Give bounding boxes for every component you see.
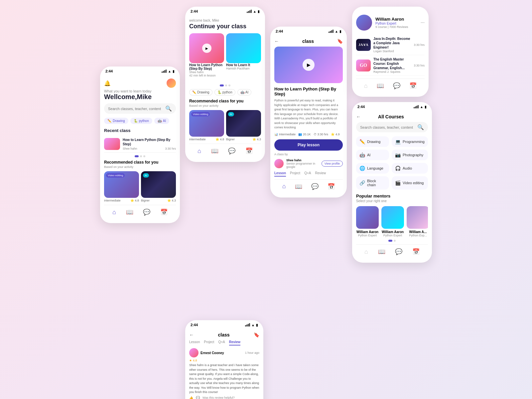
nav-home-1[interactable]: ⌂ bbox=[112, 209, 116, 216]
meta-duration: ⏱ 3:30 hrs bbox=[314, 133, 329, 136]
cat-video-editing[interactable]: 🎬 Video editing bbox=[392, 176, 428, 190]
slide1-meta: 42 min left in lesson bbox=[189, 74, 224, 77]
filter-python[interactable]: 🐍 python bbox=[214, 89, 235, 95]
dot-1 bbox=[135, 155, 139, 157]
rec2-card-ai[interactable]: AI Bigner ⭐ 4.3 bbox=[226, 110, 261, 141]
nav-book-2[interactable]: 📖 bbox=[211, 147, 218, 155]
tab-review-4[interactable]: Review bbox=[229, 340, 240, 345]
search-bar-7[interactable]: 🔍 bbox=[356, 122, 428, 132]
time-2: 2:44 bbox=[191, 9, 198, 13]
filter-ai[interactable]: 🤖 AI bbox=[237, 89, 251, 95]
rec-card-ai[interactable]: AI Bigner ⭐ 4.3 bbox=[141, 171, 176, 202]
cat-programming[interactable]: 💻 Programming bbox=[392, 136, 428, 147]
back-header-3: ← class 🔖 bbox=[274, 39, 343, 44]
play-lesson-btn[interactable]: Play lesson bbox=[274, 139, 343, 151]
dot-3 bbox=[143, 155, 145, 157]
slide-card-1[interactable]: ▶ How to Learn Python (Step By Step) She… bbox=[189, 33, 224, 80]
nav-calendar-1[interactable]: 📅 bbox=[160, 208, 168, 216]
tab-lesson-4[interactable]: Lesson bbox=[189, 340, 200, 345]
robot-icon-7: 🤖 bbox=[359, 152, 365, 158]
rec-card-video[interactable]: Video editing intermediate ⭐ 4.8 bbox=[104, 171, 139, 202]
filter-drawing[interactable]: ✏️ Drawing bbox=[189, 89, 212, 95]
cat-ai[interactable]: 🤖 AI bbox=[356, 150, 389, 160]
slide-card-2[interactable]: How to Learn It Hamish Pactiham bbox=[226, 33, 261, 80]
bookmark-3[interactable]: 🔖 bbox=[337, 39, 343, 44]
tab-row-4: Lesson Project Q+A Review bbox=[189, 340, 259, 345]
nav-chat-7[interactable]: 💬 bbox=[395, 248, 402, 255]
mentor-name-0: William Aaron bbox=[356, 230, 379, 234]
mentor-card-2[interactable]: William A... Python Exp... bbox=[407, 206, 428, 237]
view-profile-btn[interactable]: View profile bbox=[322, 161, 343, 167]
welcome-text: What you want to learn today bbox=[104, 89, 176, 93]
bookmark-4[interactable]: 🔖 bbox=[254, 332, 259, 337]
tag-drawing[interactable]: ✏️ Drawing bbox=[104, 118, 128, 124]
nav-book-7[interactable]: 📖 bbox=[378, 248, 385, 255]
cat-drawing[interactable]: ✏️ Drawing bbox=[356, 136, 389, 147]
cat-photography[interactable]: 📷 Photography bbox=[392, 150, 428, 160]
back-btn-4[interactable]: ← bbox=[189, 332, 194, 337]
nav-calendar-7[interactable]: 📅 bbox=[412, 248, 420, 255]
class-by-label: A class by bbox=[274, 153, 343, 156]
nav-chat-3[interactable]: 💬 bbox=[311, 183, 319, 190]
rec-sub-1: Based on your activity bbox=[104, 165, 176, 169]
nav-home-7[interactable]: ⌂ bbox=[364, 248, 368, 255]
pencil-icon: ✏️ bbox=[107, 119, 111, 123]
pencil-icon-7: ✏️ bbox=[359, 139, 365, 144]
tag-ai[interactable]: 🤖 AI bbox=[154, 118, 169, 124]
nav-calendar-3[interactable]: 📅 bbox=[328, 183, 335, 190]
signal-1 bbox=[162, 69, 167, 73]
cat-blockchain[interactable]: 🔗 Block chain bbox=[356, 176, 389, 190]
search-input-7[interactable] bbox=[360, 125, 415, 129]
play-btn-1: ▶ bbox=[202, 44, 211, 53]
course-duration-0: 3:30 hrs bbox=[414, 43, 425, 47]
nav-book-3[interactable]: 📖 bbox=[295, 183, 302, 190]
course-thumb-1: GO bbox=[356, 60, 371, 71]
back-btn-7[interactable]: ← bbox=[356, 114, 361, 119]
cat-audio[interactable]: 🎧 Audio bbox=[392, 163, 428, 174]
back-btn-3[interactable]: ← bbox=[274, 39, 279, 44]
course-author-1: Raymond J. Squires bbox=[373, 70, 411, 73]
phone-welcome: 2:44 ▲ ▮ 🔔 What you want to learn today … bbox=[100, 66, 180, 223]
slide1-title: How to Learn Python (Step By Step) bbox=[189, 63, 224, 70]
recent-item[interactable]: How to Learn Python (Step By Step) Shee … bbox=[104, 136, 176, 153]
tag-row-1: ✏️ Drawing 🐍 python 🤖 AI bbox=[104, 118, 176, 124]
nav-home-6[interactable]: ⌂ bbox=[364, 82, 368, 89]
search-input-1[interactable] bbox=[108, 107, 163, 111]
nav-home-2[interactable]: ⌂ bbox=[198, 148, 201, 155]
mentor-card-1[interactable]: William Aaron Python Expert bbox=[381, 206, 404, 237]
nav-book-6[interactable]: 📖 bbox=[377, 82, 384, 89]
nav-calendar-6[interactable]: 📅 bbox=[409, 82, 417, 89]
class-meta-3: 📊 Intermediate 👥 20.1K ⏱ 3:30 hrs ⭐ 4.9 bbox=[274, 133, 343, 136]
play-overlay-3[interactable]: ▶ bbox=[303, 59, 315, 71]
nav-chat-1[interactable]: 💬 bbox=[143, 208, 150, 216]
nav-calendar-2[interactable]: 📅 bbox=[245, 147, 253, 155]
search-bar-1[interactable]: 🔍 bbox=[104, 103, 176, 114]
instructor-name-3: Shee hahn bbox=[286, 159, 319, 162]
tab-lesson-3[interactable]: Lesson bbox=[274, 171, 286, 177]
nav-book-1[interactable]: 📖 bbox=[126, 208, 133, 216]
tab-qa-3[interactable]: Q+A bbox=[304, 171, 311, 177]
bell-icon[interactable]: 🔔 bbox=[104, 80, 111, 86]
tab-qa-4[interactable]: Q+A bbox=[218, 340, 225, 345]
options-icon[interactable]: ⋯ bbox=[421, 20, 425, 25]
mentor-card-0[interactable]: William Aaron Python Expert bbox=[356, 206, 379, 237]
course-info-1: The English Master Course: English Gramm… bbox=[373, 57, 411, 73]
course-item-0[interactable]: JA∨A Java In-Depth: Become a Complete Ja… bbox=[356, 35, 425, 55]
mentor-avatar-2 bbox=[407, 206, 428, 229]
back-header-4: ← class 🔖 bbox=[189, 332, 259, 337]
course-info-0: Java In-Depth: Become a Complete Java En… bbox=[373, 37, 411, 53]
rec2-card-video[interactable]: Video editing intermediate ⭐ 4.8 bbox=[189, 110, 224, 141]
thumbs-up-0[interactable]: 👍 bbox=[189, 396, 193, 399]
recent-section-title: Recent class bbox=[104, 128, 176, 133]
tag-python[interactable]: 🐍 python bbox=[130, 118, 152, 124]
cat-language[interactable]: 🌐 Language bbox=[356, 163, 389, 174]
course-item-1[interactable]: GO The English Master Course: English Gr… bbox=[356, 55, 425, 76]
nav-home-3[interactable]: ⌂ bbox=[282, 183, 286, 190]
wifi-1: ▲ bbox=[168, 69, 171, 73]
reply-0[interactable]: 💬 bbox=[196, 396, 200, 399]
tab-project-3[interactable]: Project bbox=[290, 171, 300, 177]
nav-chat-6[interactable]: 💬 bbox=[393, 82, 400, 89]
tab-review-3[interactable]: Review bbox=[315, 171, 326, 177]
nav-chat-2[interactable]: 💬 bbox=[228, 147, 235, 155]
tab-project-4[interactable]: Project bbox=[204, 340, 214, 345]
